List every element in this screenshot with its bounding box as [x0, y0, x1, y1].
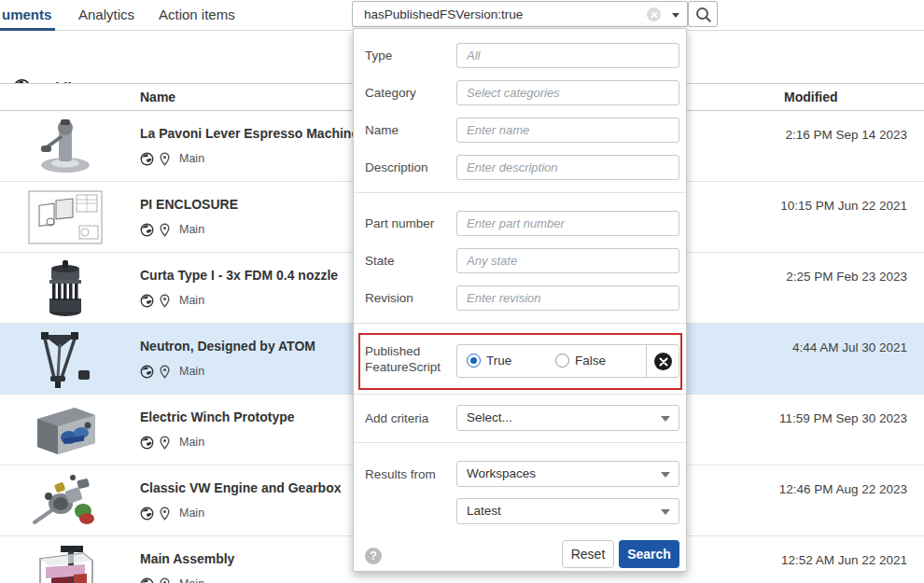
globe-icon — [140, 507, 154, 521]
globe-icon — [140, 365, 154, 379]
document-name: Curta Type I - 3x FDM 0.4 nozzle — [140, 268, 338, 283]
revision-input[interactable] — [456, 285, 679, 311]
clear-search-icon[interactable] — [647, 7, 661, 21]
modified-date: 4:44 AM Jul 30 2021 — [792, 340, 907, 354]
field-label-type: Type — [365, 49, 392, 62]
results-scope-select[interactable]: Workspaces — [456, 461, 679, 487]
search-button[interactable] — [688, 1, 718, 27]
column-header-name[interactable]: Name — [140, 90, 175, 104]
advanced-search-panel: Type Category Name Description Part numb… — [353, 28, 687, 572]
tab-analytics[interactable]: Analytics — [78, 0, 134, 31]
results-version-value: Latest — [467, 504, 501, 518]
branch-name: Main — [179, 294, 204, 307]
field-label-category: Category — [365, 86, 416, 100]
thumbnail-curta-calculator — [23, 258, 107, 318]
type-input[interactable] — [456, 43, 679, 68]
field-label-add-criteria: Add criteria — [365, 411, 428, 425]
tab-action-items-label: Action items — [159, 7, 235, 22]
radio-false-circle — [555, 354, 569, 368]
document-name: Electric Winch Prototype — [140, 409, 295, 424]
document-name: Main Assembly — [140, 551, 234, 566]
results-version-select[interactable]: Latest — [456, 498, 679, 524]
document-name: Classic VW Engine and Gearbox — [140, 480, 342, 495]
radio-true-circle — [467, 354, 481, 368]
add-criteria-value: Select... — [467, 410, 512, 424]
branch-name: Main — [179, 436, 204, 449]
add-criteria-select[interactable]: Select... — [456, 405, 679, 431]
branch-pin-icon — [160, 294, 170, 308]
published-featurescript-group: True False — [456, 344, 679, 378]
branch-name: Main — [179, 223, 204, 236]
thumbnail-assembly — [23, 542, 107, 583]
thumbnail-winch — [23, 400, 107, 460]
modified-date: 12:52 AM Jun 22 2021 — [781, 553, 907, 567]
search-box — [352, 1, 688, 27]
radio-true[interactable]: True — [467, 354, 511, 368]
radio-false-label: False — [575, 354, 606, 368]
thumbnail-espresso-machine — [23, 117, 107, 176]
branch-name: Main — [179, 577, 204, 583]
globe-icon — [140, 294, 154, 308]
field-label-description: Description — [365, 160, 428, 174]
modified-date: 11:59 PM Sep 30 2023 — [779, 411, 907, 425]
modified-date: 2:16 PM Sep 14 2023 — [785, 128, 907, 142]
section-divider — [354, 442, 686, 443]
tab-analytics-label: Analytics — [78, 7, 134, 22]
radio-false[interactable]: False — [555, 354, 606, 368]
section-divider — [354, 323, 686, 324]
document-name: La Pavoni Lever Espresso Machines — [140, 126, 366, 141]
modified-date: 2:25 PM Feb 23 2023 — [786, 270, 907, 284]
caret-down-icon — [661, 472, 670, 478]
branch-name: Main — [179, 507, 204, 520]
tab-documents-label: uments — [2, 7, 51, 22]
branch-name: Main — [179, 365, 204, 378]
state-input[interactable] — [456, 248, 679, 273]
category-input[interactable] — [456, 80, 679, 105]
branch-pin-icon — [160, 577, 170, 583]
field-label-name: Name — [365, 123, 399, 137]
description-input[interactable] — [456, 155, 679, 180]
part-number-input[interactable] — [456, 211, 679, 236]
section-divider — [354, 394, 686, 395]
caret-down-icon — [661, 416, 670, 422]
thumbnail-technical-drawing — [23, 187, 107, 247]
column-header-modified[interactable]: Modified — [784, 90, 838, 104]
field-label-revision: Revision — [365, 291, 413, 305]
caret-down-icon — [661, 509, 670, 515]
branch-pin-icon — [160, 507, 170, 521]
globe-icon — [140, 152, 154, 166]
search-icon — [695, 7, 712, 23]
thumbnail-delta-robot — [23, 329, 107, 389]
group-separator — [646, 345, 647, 377]
modified-date: 10:15 PM Jun 22 2021 — [780, 199, 907, 213]
results-scope-value: Workspaces — [467, 466, 536, 480]
branch-pin-icon — [160, 223, 170, 237]
remove-criteria-icon[interactable] — [654, 353, 672, 370]
panel-search-button[interactable]: Search — [619, 540, 679, 568]
globe-icon — [140, 577, 154, 583]
tab-documents[interactable]: uments — [2, 0, 51, 31]
field-label-state: State — [365, 254, 395, 268]
field-label-published-featurescript: Published FeatureScript — [365, 343, 451, 375]
branch-pin-icon — [160, 436, 170, 450]
branch-pin-icon — [160, 152, 170, 166]
document-name: PI ENCLOSURE — [140, 197, 238, 212]
document-name: Neutron, Designed by ATOM — [140, 339, 315, 354]
modified-date: 12:46 PM Aug 22 2023 — [779, 482, 907, 496]
field-label-results-from: Results from — [365, 467, 436, 481]
globe-icon — [140, 436, 154, 450]
search-dropdown-caret-icon[interactable] — [672, 13, 679, 18]
tab-action-items[interactable]: Action items — [159, 0, 235, 31]
section-divider — [354, 192, 686, 193]
reset-button[interactable]: Reset — [562, 540, 614, 568]
branch-name: Main — [179, 152, 204, 165]
branch-pin-icon — [160, 365, 170, 379]
globe-icon — [140, 223, 154, 237]
help-icon[interactable]: ? — [365, 548, 382, 564]
radio-true-label: True — [486, 354, 511, 368]
name-input[interactable] — [456, 118, 679, 143]
thumbnail-engine-gearbox — [23, 471, 107, 531]
field-label-part-number: Part number — [365, 216, 434, 230]
search-input[interactable] — [353, 2, 687, 26]
